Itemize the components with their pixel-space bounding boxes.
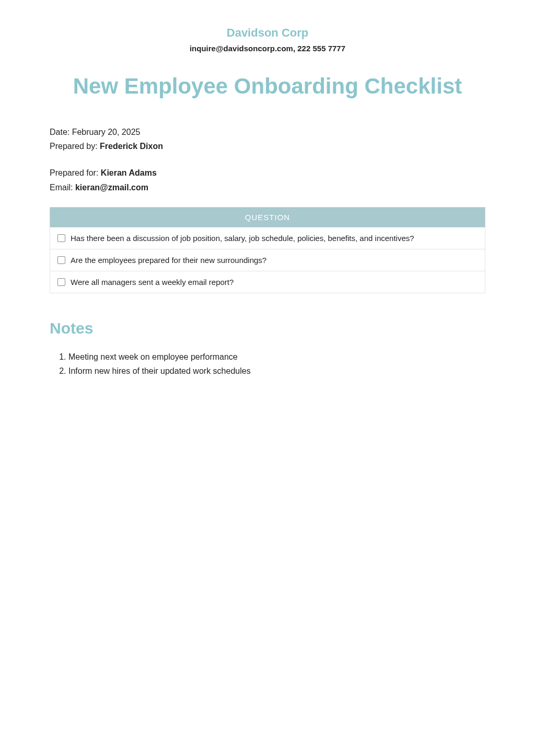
prepared-for-label: Prepared for: (50, 168, 101, 177)
table-row: Has there been a discussion of job posit… (50, 227, 485, 249)
main-title: New Employee Onboarding Checklist (50, 74, 485, 99)
document-header: Davidson Corp inquire@davidsoncorp.com, … (50, 26, 485, 53)
question-text: Were all managers sent a weekly email re… (71, 278, 234, 287)
question-table: QUESTION Has there been a discussion of … (50, 207, 485, 293)
date-label: Date: (50, 128, 72, 136)
prepared-by-value: Frederick Dixon (100, 142, 163, 151)
email-value: kieran@zmail.com (75, 183, 148, 192)
checkbox-icon[interactable] (57, 256, 65, 264)
meta-recipient-block: Prepared for: Kieran Adams Email: kieran… (50, 166, 485, 194)
table-row: Are the employees prepared for their new… (50, 249, 485, 271)
checkbox-icon[interactable] (57, 234, 65, 242)
notes-list: Meeting next week on employee performanc… (50, 350, 485, 378)
contact-info: inquire@davidsoncorp.com, 222 555 7777 (50, 44, 485, 53)
question-header: QUESTION (50, 207, 485, 227)
email-label: Email: (50, 183, 75, 192)
prepared-for-value: Kieran Adams (101, 168, 157, 177)
question-text: Has there been a discussion of job posit… (71, 234, 414, 243)
table-row: Were all managers sent a weekly email re… (50, 271, 485, 293)
list-item: Inform new hires of their updated work s… (68, 364, 485, 378)
prepared-by-label: Prepared by: (50, 142, 100, 151)
meta-date-block: Date: February 20, 2025 Prepared by: Fre… (50, 125, 485, 153)
question-text: Are the employees prepared for their new… (71, 256, 266, 265)
list-item: Meeting next week on employee performanc… (68, 350, 485, 364)
company-name: Davidson Corp (50, 26, 485, 40)
date-value: February 20, 2025 (72, 128, 141, 136)
checkbox-icon[interactable] (57, 278, 65, 286)
notes-heading: Notes (50, 319, 485, 337)
